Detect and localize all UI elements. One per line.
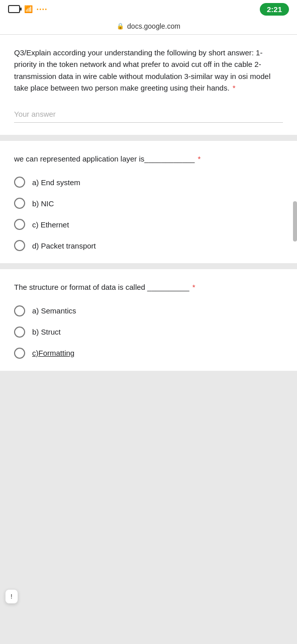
- radio-group-q5: a) Semantics b) Struct c)Formatting: [14, 305, 283, 359]
- radio-label-q4-a: a) End system: [32, 178, 80, 187]
- required-star-q3: *: [231, 84, 236, 92]
- radio-group-q4: a) End system b) NIC c) Ethernet d) Pack…: [14, 177, 283, 251]
- card-q5: The structure or format of data is calle…: [0, 269, 297, 370]
- radio-option-q4-d[interactable]: d) Packet transport: [14, 240, 283, 251]
- radio-label-q4-d: d) Packet transport: [32, 242, 96, 250]
- radio-option-q5-a[interactable]: a) Semantics: [14, 305, 283, 316]
- radio-circle-q4-b: [14, 198, 25, 209]
- url-text: docs.google.com: [127, 22, 180, 30]
- radio-circle-q4-c: [14, 219, 25, 230]
- question-q4-text: we can represented application layer is_…: [14, 153, 283, 165]
- radio-label-q5-b: b) Struct: [32, 328, 61, 336]
- main-content: Q3/Explain according your understanding …: [0, 35, 297, 371]
- question-q5-text: The structure or format of data is calle…: [14, 281, 283, 293]
- wifi-icon: 📶: [24, 5, 33, 13]
- scroll-indicator: [293, 201, 297, 242]
- radio-label-q4-b: b) NIC: [32, 199, 54, 208]
- time-display: 2:21: [260, 3, 289, 16]
- radio-circle-q5-c: [14, 348, 25, 359]
- address-bar[interactable]: 🔒 docs.google.com: [0, 18, 297, 35]
- required-star-q5: *: [190, 283, 195, 291]
- radio-option-q4-b[interactable]: b) NIC: [14, 198, 283, 209]
- signal-dots-icon: ••••: [37, 7, 48, 12]
- radio-circle-q4-a: [14, 177, 25, 188]
- answer-input-q3[interactable]: [14, 106, 283, 123]
- radio-label-q5-a: a) Semantics: [32, 306, 76, 315]
- status-left: 📶 ••••: [8, 5, 48, 13]
- phone-icon: [8, 5, 20, 13]
- radio-label-q5-c: c)Formatting: [32, 349, 74, 357]
- card-q3: Q3/Explain according your understanding …: [0, 35, 297, 135]
- notification-bubble: !: [5, 589, 18, 604]
- radio-option-q5-b[interactable]: b) Struct: [14, 327, 283, 338]
- radio-option-q5-c[interactable]: c)Formatting: [14, 348, 283, 359]
- lock-icon: 🔒: [117, 23, 124, 30]
- radio-circle-q5-a: [14, 305, 25, 316]
- required-star-q4: *: [195, 154, 201, 163]
- page-wrapper: 📶 •••• 2:21 🔒 docs.google.com Q3/Explain…: [0, 0, 297, 371]
- radio-option-q4-c[interactable]: c) Ethernet: [14, 219, 283, 230]
- question-q3-text: Q3/Explain according your understanding …: [14, 47, 283, 94]
- card-q4: we can represented application layer is_…: [0, 141, 297, 263]
- radio-circle-q4-d: [14, 240, 25, 251]
- radio-option-q4-a[interactable]: a) End system: [14, 177, 283, 188]
- status-bar: 📶 •••• 2:21: [0, 0, 297, 18]
- radio-label-q4-c: c) Ethernet: [32, 220, 69, 229]
- radio-circle-q5-b: [14, 327, 25, 338]
